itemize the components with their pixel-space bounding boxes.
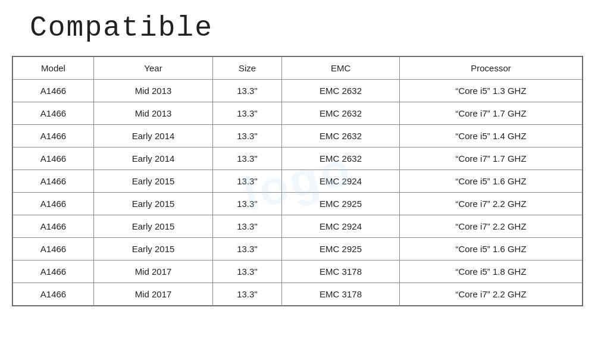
table-cell: EMC 2925 xyxy=(282,238,400,261)
column-header: Model xyxy=(13,57,94,80)
table-cell: A1466 xyxy=(13,238,94,261)
table-row: A1466Early 201413.3"EMC 2632“Core i7” 1.… xyxy=(13,148,583,170)
table-cell: 13.3" xyxy=(212,238,281,261)
table-cell: EMC 2924 xyxy=(282,215,400,238)
table-cell: 13.3" xyxy=(212,261,281,283)
table-cell: EMC 2632 xyxy=(282,125,400,148)
table-cell: Early 2015 xyxy=(94,170,213,193)
table-cell: A1466 xyxy=(13,261,94,283)
column-header: EMC xyxy=(282,57,400,80)
compatibility-table: ModelYearSizeEMCProcessor A1466Mid 20131… xyxy=(12,57,583,306)
table-cell: A1466 xyxy=(13,193,94,215)
table-cell: EMC 2632 xyxy=(282,80,400,102)
table-cell: A1466 xyxy=(13,80,94,102)
table-cell: “Core i5” 1.6 GHZ xyxy=(400,238,583,261)
table-cell: Mid 2017 xyxy=(94,283,213,306)
table-cell: EMC 3178 xyxy=(282,261,400,283)
table-cell: “Core i7” 1.7 GHZ xyxy=(400,102,583,125)
table-cell: A1466 xyxy=(13,148,94,170)
table-cell: 13.3" xyxy=(212,102,281,125)
table-row: A1466Early 201513.3"EMC 2924“Core i5” 1.… xyxy=(13,170,583,193)
table-body: A1466Mid 201313.3"EMC 2632“Core i5” 1.3 … xyxy=(13,80,583,306)
table-cell: A1466 xyxy=(13,283,94,306)
table-row: A1466Early 201513.3"EMC 2925“Core i5” 1.… xyxy=(13,238,583,261)
table-cell: Early 2015 xyxy=(94,215,213,238)
table-header-row: ModelYearSizeEMCProcessor xyxy=(13,57,583,80)
table-cell: “Core i7” 2.2 GHZ xyxy=(400,283,583,306)
column-header: Size xyxy=(212,57,281,80)
table-cell: 13.3" xyxy=(212,193,281,215)
table-cell: 13.3" xyxy=(212,80,281,102)
table-row: A1466Early 201413.3"EMC 2632“Core i5” 1.… xyxy=(13,125,583,148)
table-cell: 13.3" xyxy=(212,170,281,193)
table-row: A1466Early 201513.3"EMC 2924“Core i7” 2.… xyxy=(13,215,583,238)
table-cell: EMC 2924 xyxy=(282,170,400,193)
table-cell: 13.3" xyxy=(212,215,281,238)
table-cell: A1466 xyxy=(13,215,94,238)
table-cell: 13.3" xyxy=(212,283,281,306)
table-row: A1466Mid 201713.3"EMC 3178“Core i7” 2.2 … xyxy=(13,283,583,306)
table-cell: 13.3" xyxy=(212,148,281,170)
table-cell: 13.3" xyxy=(212,125,281,148)
table-cell: Early 2014 xyxy=(94,125,213,148)
compatibility-table-wrapper: logo ModelYearSizeEMCProcessor A1466Mid … xyxy=(12,56,583,306)
table-row: A1466Mid 201713.3"EMC 3178“Core i5” 1.8 … xyxy=(13,261,583,283)
table-cell: EMC 2632 xyxy=(282,102,400,125)
table-cell: A1466 xyxy=(13,102,94,125)
column-header: Year xyxy=(94,57,213,80)
table-cell: Early 2015 xyxy=(94,193,213,215)
table-cell: “Core i5” 1.3 GHZ xyxy=(400,80,583,102)
table-cell: “Core i7” 2.2 GHZ xyxy=(400,193,583,215)
page-title: Compatible xyxy=(30,12,213,44)
table-cell: “Core i7” 2.2 GHZ xyxy=(400,215,583,238)
table-cell: “Core i7” 1.7 GHZ xyxy=(400,148,583,170)
table-cell: “Core i5” 1.4 GHZ xyxy=(400,125,583,148)
column-header: Processor xyxy=(400,57,583,80)
table-cell: A1466 xyxy=(13,170,94,193)
table-cell: Mid 2013 xyxy=(94,80,213,102)
table-cell: “Core i5” 1.6 GHZ xyxy=(400,170,583,193)
table-cell: Mid 2017 xyxy=(94,261,213,283)
table-row: A1466Mid 201313.3"EMC 2632“Core i5” 1.3 … xyxy=(13,80,583,102)
table-cell: Early 2014 xyxy=(94,148,213,170)
table-cell: “Core i5” 1.8 GHZ xyxy=(400,261,583,283)
table-cell: A1466 xyxy=(13,125,94,148)
table-cell: Early 2015 xyxy=(94,238,213,261)
table-row: A1466Early 201513.3"EMC 2925“Core i7” 2.… xyxy=(13,193,583,215)
table-cell: EMC 2632 xyxy=(282,148,400,170)
table-row: A1466Mid 201313.3"EMC 2632“Core i7” 1.7 … xyxy=(13,102,583,125)
table-cell: EMC 3178 xyxy=(282,283,400,306)
table-cell: Mid 2013 xyxy=(94,102,213,125)
table-cell: EMC 2925 xyxy=(282,193,400,215)
